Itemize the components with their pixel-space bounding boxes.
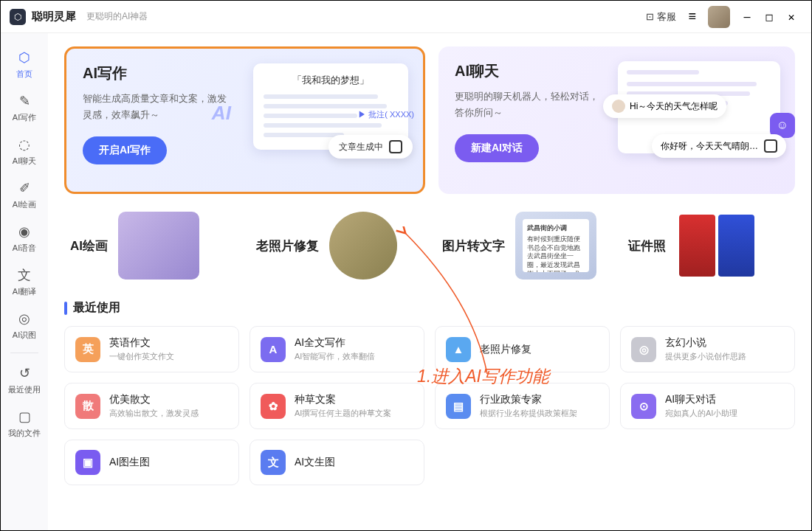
recent-card[interactable]: ▲ 老照片修复 xyxy=(435,326,610,372)
hero-write-desc: 智能生成高质量文章和文案，激发灵感，效率飙升～ xyxy=(83,91,233,123)
recent-card[interactable]: A AI全文写作 AI智能写作，效率翻倍 xyxy=(250,326,424,372)
sidebar-item-paint[interactable]: ✐AI绘画 xyxy=(4,174,44,216)
write-icon: ✎ xyxy=(16,93,32,109)
hex-icon xyxy=(389,140,402,153)
start-write-button[interactable]: 开启AI写作 xyxy=(83,136,167,164)
app-name: 聪明灵犀 xyxy=(32,10,76,24)
minimize-button[interactable]: — xyxy=(736,7,758,27)
recent-sub: AI智能写作，效率翻倍 xyxy=(295,351,375,362)
feature-card-id-photo[interactable]: 证件照 xyxy=(622,207,795,284)
sidebar-item-recent[interactable]: ↺最近使用 xyxy=(4,359,44,401)
recent-sub: 宛如真人的AI小助理 xyxy=(665,408,737,419)
hero-write-title: AI写作 xyxy=(83,63,233,83)
user-avatar[interactable] xyxy=(708,6,730,28)
home-icon: ⬡ xyxy=(16,49,32,66)
support-button[interactable]: ⊡ 客服 xyxy=(640,7,682,27)
hero-chat-title: AI聊天 xyxy=(455,61,605,81)
paint-thumb xyxy=(118,212,199,280)
recent-card[interactable]: ▣ AI图生图 xyxy=(64,440,239,485)
recent-icon: ▤ xyxy=(446,394,471,419)
recent-icon: ◎ xyxy=(631,337,656,362)
files-icon: ▢ xyxy=(16,409,32,425)
recent-title: AI图生图 xyxy=(109,456,150,469)
id-thumb xyxy=(676,212,757,280)
sidebar-item-translate[interactable]: 文AI翻译 xyxy=(4,261,44,303)
recent-icon: 文 xyxy=(261,450,286,475)
recent-icon: 散 xyxy=(75,394,100,419)
hex-icon xyxy=(764,139,777,153)
recent-grid: 英 英语作文 一键创作英文作文 A AI全文写作 AI智能写作，效率翻倍 ▲ 老… xyxy=(64,326,795,485)
feature-card-photo-restore[interactable]: 老照片修复 xyxy=(250,207,423,284)
app-subtitle: 更聪明的AI神器 xyxy=(86,10,148,23)
sidebar-item-voice[interactable]: ◉AI语音 xyxy=(4,218,44,260)
recent-title: 老照片修复 xyxy=(480,343,531,356)
recent-title: AI全文写作 xyxy=(295,336,375,350)
chat-bubble-out: 你好呀，今天天气晴朗… xyxy=(652,134,786,158)
sidebar: ⬡首页 ✎AI写作 ◌AI聊天 ✐AI绘画 ◉AI语音 文AI翻译 ◎AI识图 … xyxy=(1,33,48,530)
recent-icon: ✿ xyxy=(261,394,286,419)
translate-icon: 文 xyxy=(16,267,32,283)
recent-title: 玄幻小说 xyxy=(665,336,746,350)
main-content: AI写作 智能生成高质量文章和文案，激发灵感，效率飙升～ 开启AI写作 AI 「… xyxy=(48,33,811,530)
sidebar-item-home[interactable]: ⬡首页 xyxy=(4,44,44,86)
recent-card[interactable]: 英 英语作文 一键创作英文作文 xyxy=(64,326,239,372)
recent-card[interactable]: ⊙ AI聊天对话 宛如真人的AI小助理 xyxy=(620,383,795,429)
app-logo-box: ⬡ 聪明灵犀 更聪明的AI神器 xyxy=(10,9,148,25)
chat-icon: ⊡ xyxy=(646,11,654,22)
recent-icon: ⊙ xyxy=(631,394,656,419)
sidebar-item-write[interactable]: ✎AI写作 xyxy=(4,87,44,129)
recent-sub: 根据行业名称提供政策框架 xyxy=(480,408,577,419)
recent-icon: ↺ xyxy=(16,365,32,381)
titlebar: ⬡ 聪明灵犀 更聪明的AI神器 ⊡ 客服 ≡ — □ ✕ xyxy=(1,1,811,33)
app-logo-icon: ⬡ xyxy=(10,9,26,25)
recent-title: AI文生图 xyxy=(295,456,335,469)
photo-thumb xyxy=(329,212,397,280)
recent-section-header: 最近使用 xyxy=(64,300,795,316)
ocr-thumb: 武昌街的小调有时候到重庆随便书总会不自觉地跑去武昌街坐坐一圈，最近发现武昌街大大… xyxy=(515,212,596,280)
hero-card-chat[interactable]: AI聊天 更聪明的聊天机器人，轻松对话，答你所问～ 新建AI对话 ☺ Hi～今天… xyxy=(438,46,795,194)
voice-icon: ◉ xyxy=(16,223,32,240)
sidebar-item-ocr[interactable]: ◎AI识图 xyxy=(4,305,44,347)
recent-sub: 一键创作英文作文 xyxy=(109,351,174,362)
recent-card[interactable]: ◎ 玄幻小说 提供更多小说创作思路 xyxy=(620,326,795,372)
ocr-icon: ◎ xyxy=(16,310,32,327)
recent-icon: ▲ xyxy=(446,337,471,362)
close-button[interactable]: ✕ xyxy=(780,7,802,27)
feature-card-ocr[interactable]: 图片转文字 武昌街的小调有时候到重庆随便书总会不自觉地跑去武昌街坐坐一圈，最近发… xyxy=(436,207,609,284)
menu-button[interactable]: ≡ xyxy=(682,9,702,24)
recent-sub: AI撰写任何主题的种草文案 xyxy=(295,408,391,419)
mock-chat: ☺ Hi～今天的天气怎样呢 你好呀，今天天气晴朗… xyxy=(618,61,780,153)
recent-card[interactable]: 文 AI文生图 xyxy=(250,440,424,485)
paint-icon: ✐ xyxy=(16,180,32,196)
hero-chat-desc: 更聪明的聊天机器人，轻松对话，答你所问～ xyxy=(455,88,605,121)
sidebar-item-chat[interactable]: ◌AI聊天 xyxy=(4,131,44,173)
recent-title: 种草文案 xyxy=(295,393,391,406)
recent-card[interactable]: ✿ 种草文案 AI撰写任何主题的种草文案 xyxy=(250,383,424,429)
hero-card-write[interactable]: AI写作 智能生成高质量文章和文案，激发灵感，效率飙升～ 开启AI写作 AI 「… xyxy=(64,46,425,194)
maximize-button[interactable]: □ xyxy=(758,7,780,27)
generating-pill: 文章生成中 xyxy=(328,135,413,159)
recent-icon: 英 xyxy=(75,337,100,362)
mock-document: 「我和我的梦想」 ▶ 批注( XXXX) 文章生成中 xyxy=(253,63,408,150)
new-chat-button[interactable]: 新建AI对话 xyxy=(455,134,539,162)
recent-title: 行业政策专家 xyxy=(480,393,577,406)
chat-bubble-in: Hi～今天的天气怎样呢 xyxy=(603,94,726,118)
recent-card[interactable]: 散 优美散文 高效输出散文，激发灵感 xyxy=(64,383,239,429)
ai-badge: AI xyxy=(212,102,231,125)
recent-title: AI聊天对话 xyxy=(665,393,737,406)
chat-icon: ◌ xyxy=(16,136,32,153)
recent-title: 优美散文 xyxy=(109,393,199,406)
recent-sub: 高效输出散文，激发灵感 xyxy=(109,408,199,419)
sidebar-item-files[interactable]: ▢我的文件 xyxy=(4,403,44,445)
mini-avatar-icon xyxy=(612,100,625,113)
recent-title: 英语作文 xyxy=(109,336,174,350)
recent-sub: 提供更多小说创作思路 xyxy=(665,351,746,362)
recent-icon: ▣ xyxy=(75,450,100,475)
feature-card-paint[interactable]: AI绘画 xyxy=(64,207,237,284)
recent-icon: A xyxy=(261,337,286,362)
recent-card[interactable]: ▤ 行业政策专家 根据行业名称提供政策框架 xyxy=(435,383,610,429)
